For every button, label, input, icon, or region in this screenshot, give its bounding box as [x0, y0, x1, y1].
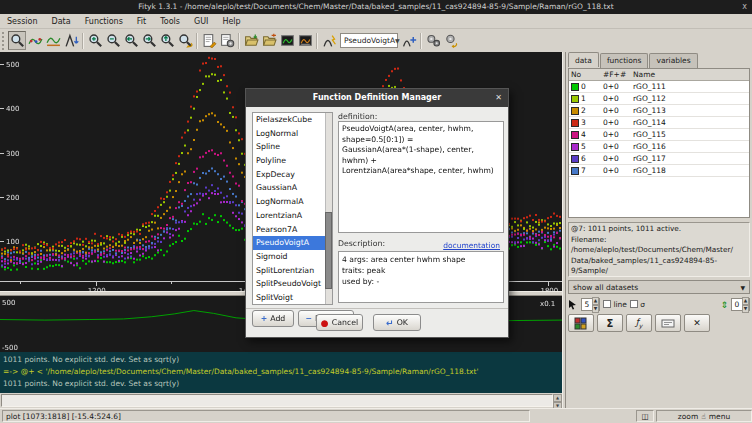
dataset-color-swatch[interactable] — [571, 167, 579, 175]
stepper-up-icon[interactable]: ▲ — [592, 297, 599, 305]
dataset-filter-dropdown[interactable]: show all datasets ▼ — [568, 280, 750, 294]
load-data-button[interactable] — [242, 31, 260, 50]
function-list-item[interactable]: SplitPseudoVoigt — [253, 277, 332, 291]
data-transform-button[interactable] — [296, 31, 314, 50]
function-list-item[interactable]: ExpDecay — [253, 168, 332, 182]
ok-button[interactable]: ↵OK — [373, 314, 421, 331]
table-row[interactable]: 60+0rGO_117 — [569, 153, 749, 165]
dataset-fcount: 0+0 — [603, 141, 633, 152]
function-of-y-button[interactable]: ƒy — [626, 314, 652, 332]
fit-button[interactable] — [424, 31, 442, 50]
scrollbar-thumb[interactable] — [325, 212, 332, 288]
sidebar-tabs: datafunctionsvariables — [568, 53, 699, 68]
tab-variables[interactable]: variables — [649, 53, 697, 68]
menu-tools[interactable]: Tools — [153, 14, 187, 29]
dataset-color-swatch[interactable] — [571, 155, 579, 163]
zoom-all-button[interactable] — [158, 31, 176, 50]
sum-button[interactable]: Σ — [597, 314, 623, 332]
execute-script-button[interactable] — [218, 31, 236, 50]
definition-textarea[interactable]: PseudoVoigtA(area, center, hwhm, shape=0… — [338, 121, 504, 233]
dataset-color-swatch[interactable] — [571, 83, 579, 91]
function-list-scrollbar[interactable] — [325, 113, 332, 304]
window-titlebar[interactable]: Fityk 1.3.1 - /home/aleplo/test/Document… — [0, 0, 752, 14]
line-checkbox[interactable]: line — [603, 300, 627, 309]
function-list-item[interactable]: GaussianA — [253, 181, 332, 195]
menu-button[interactable]: menu — [709, 411, 730, 422]
scroll-up-icon[interactable]: ▲ — [553, 394, 562, 402]
zoom-out-button[interactable] — [104, 31, 122, 50]
function-list-item[interactable]: Polyline — [253, 154, 332, 168]
undo-fit-button[interactable] — [442, 31, 460, 50]
zoom-mode-button[interactable] — [8, 31, 26, 50]
dataset-color-swatch[interactable] — [571, 143, 579, 151]
function-list-item[interactable]: SplitVoigt — [253, 291, 332, 305]
toolbar-drag-handle[interactable] — [2, 32, 6, 50]
zoom-left-button[interactable] — [122, 31, 140, 50]
dataset-color-swatch[interactable] — [571, 107, 579, 115]
mouse-mode-indicator[interactable]: ◫ — [636, 410, 654, 422]
zoom-menu-button[interactable]: zoom — [678, 411, 698, 422]
function-type-select[interactable]: PseudoVoigtA▼ — [340, 33, 398, 48]
function-list-item[interactable]: Sigmoid — [253, 250, 332, 264]
table-row[interactable]: 10+0rGO_112 — [569, 93, 749, 105]
documentation-link[interactable]: documentation — [443, 241, 500, 250]
point-size-stepper[interactable]: 5 ▲▼ — [581, 298, 600, 311]
command-input[interactable] — [1, 394, 553, 407]
datasets-grid-button[interactable] — [568, 314, 594, 332]
delete-dataset-button[interactable]: ✕ — [684, 314, 710, 332]
magnifier-left-icon — [124, 33, 139, 48]
stepper-down-icon[interactable]: ▼ — [742, 305, 749, 313]
table-row[interactable]: 40+0rGO_115 — [569, 129, 749, 141]
menu-help[interactable]: Help — [215, 14, 247, 29]
auto-add-peak-button[interactable] — [320, 31, 338, 50]
description-line: traits: peak — [342, 265, 500, 276]
dataset-color-swatch[interactable] — [571, 95, 579, 103]
edit-script-button[interactable] — [200, 31, 218, 50]
load-data-custom-button[interactable] — [260, 31, 278, 50]
table-row[interactable]: 50+0rGO_116 — [569, 141, 749, 153]
zoom-right-button[interactable] — [140, 31, 158, 50]
function-list-item[interactable]: Pearson7A — [253, 223, 332, 237]
dialog-close-icon[interactable]: ✕ — [495, 89, 502, 107]
dataset-color-swatch[interactable] — [571, 119, 579, 127]
function-type-list[interactable]: PielaszekCubeLogNormalSplinePolylineExpD… — [252, 112, 333, 305]
data-range-mode-button[interactable] — [26, 31, 44, 50]
sigma-checkbox[interactable]: σ — [630, 300, 645, 309]
shift-stepper[interactable]: 0 ▲▼ — [731, 298, 750, 311]
baseline-mode-button[interactable] — [44, 31, 62, 50]
run-script-button[interactable] — [655, 314, 681, 332]
menu-gui[interactable]: GUI — [187, 14, 215, 29]
data-editor-button[interactable] — [278, 31, 296, 50]
dataset-fcount: 0+0 — [603, 81, 633, 92]
table-row[interactable]: 30+0rGO_114 — [569, 117, 749, 129]
command-history-scroll[interactable]: ▲▼ — [553, 394, 562, 407]
function-list-item[interactable]: LogNormalA — [253, 195, 332, 209]
window-close-button[interactable]: x — [742, 0, 747, 14]
zoom-in-button[interactable] — [86, 31, 104, 50]
menu-fit[interactable]: Fit — [130, 14, 153, 29]
table-row[interactable]: 70+0rGO_118 — [569, 165, 749, 177]
function-list-item[interactable]: SplitLorentzian — [253, 264, 332, 278]
dialog-titlebar[interactable]: Function Definition Manager ✕ — [246, 89, 508, 107]
menu-functions[interactable]: Functions — [78, 14, 130, 29]
function-list-item[interactable]: PielaszekCube — [253, 113, 332, 127]
stepper-down-icon[interactable]: ▼ — [592, 305, 599, 313]
zoom-previous-button[interactable] — [176, 31, 194, 50]
menu-data[interactable]: Data — [45, 14, 78, 29]
menu-session[interactable]: Session — [0, 14, 45, 29]
add-function-type-button[interactable]: +Add — [252, 310, 294, 327]
tab-data[interactable]: data — [568, 52, 599, 67]
add-peak-mode-button[interactable] — [62, 31, 80, 50]
table-row[interactable]: 20+0rGO_113 — [569, 105, 749, 117]
function-list-item[interactable]: LorentzianA — [253, 209, 332, 223]
cancel-button[interactable]: ●Cancel — [316, 314, 363, 331]
function-list-item[interactable]: PseudoVoigtA — [253, 236, 332, 250]
dataset-color-swatch[interactable] — [571, 131, 579, 139]
stepper-up-icon[interactable]: ▲ — [742, 297, 749, 305]
function-list-item[interactable]: LogNormal — [253, 127, 332, 141]
add-function-button[interactable] — [400, 31, 418, 50]
dataset-table[interactable]: No#F+#Name00+0rGO_11110+0rGO_11220+0rGO_… — [568, 68, 750, 218]
table-row[interactable]: 00+0rGO_111 — [569, 81, 749, 93]
function-list-item[interactable]: Spline — [253, 140, 332, 154]
tab-functions[interactable]: functions — [600, 53, 649, 68]
